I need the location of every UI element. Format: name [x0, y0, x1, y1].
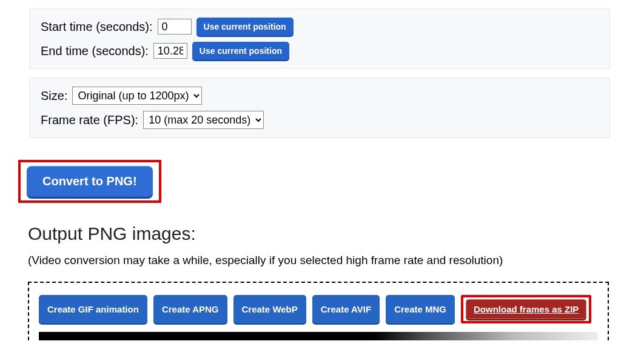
start-time-row: Start time (seconds): Use current positi…	[41, 18, 599, 36]
end-time-row: End time (seconds): Use current position	[41, 42, 599, 60]
download-zip-button[interactable]: Download frames as ZIP	[466, 299, 586, 319]
fps-select[interactable]: 10 (max 20 seconds)	[143, 111, 264, 129]
convert-highlight: Convert to PNG!	[18, 160, 161, 203]
size-select[interactable]: Original (up to 1200px)	[72, 87, 202, 105]
size-label: Size:	[41, 89, 67, 103]
use-current-start-button[interactable]: Use current position	[196, 18, 294, 36]
start-time-input[interactable]	[158, 19, 192, 35]
frames-preview	[39, 332, 598, 340]
fps-row: Frame rate (FPS): 10 (max 20 seconds)	[41, 111, 599, 129]
output-panel: Create GIF animation Create APNG Create …	[28, 282, 609, 340]
output-actions: Create GIF animation Create APNG Create …	[39, 295, 598, 323]
time-range-panel: Start time (seconds): Use current positi…	[29, 8, 610, 69]
output-heading: Output PNG images:	[28, 223, 621, 244]
end-time-input[interactable]	[153, 43, 187, 59]
output-note: (Video conversion may take a while, espe…	[28, 254, 609, 267]
zip-highlight: Download frames as ZIP	[461, 295, 591, 323]
size-row: Size: Original (up to 1200px)	[41, 87, 599, 105]
create-webp-button[interactable]: Create WebP	[233, 295, 306, 323]
convert-button[interactable]: Convert to PNG!	[27, 166, 153, 197]
use-current-end-button[interactable]: Use current position	[192, 42, 289, 60]
create-apng-button[interactable]: Create APNG	[153, 295, 227, 323]
fps-label: Frame rate (FPS):	[41, 113, 138, 127]
create-gif-button[interactable]: Create GIF animation	[39, 295, 147, 323]
start-time-label: Start time (seconds):	[41, 20, 153, 34]
options-panel: Size: Original (up to 1200px) Frame rate…	[29, 78, 610, 138]
create-mng-button[interactable]: Create MNG	[386, 295, 455, 323]
end-time-label: End time (seconds):	[41, 44, 149, 58]
create-avif-button[interactable]: Create AVIF	[312, 295, 380, 323]
